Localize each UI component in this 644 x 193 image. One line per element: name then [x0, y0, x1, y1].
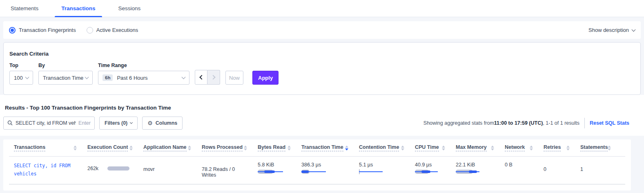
show-description-label: Show description — [588, 27, 629, 33]
sort-icon[interactable] — [244, 146, 247, 150]
transaction-time-bar — [301, 170, 348, 175]
rows-processed-value: 78.2 Reads / 0 Writes — [202, 162, 258, 178]
transactions-table: Transactions Execution Count Application… — [3, 139, 631, 191]
transaction-fingerprint-link[interactable]: SELECT city, id FROM vehicles — [14, 162, 81, 178]
time-prev-button[interactable] — [195, 70, 207, 85]
time-range-badge: 6h — [103, 74, 113, 81]
view-toggle-band: Transaction Fingerprints Active Executio… — [3, 21, 641, 39]
time-range-value: Past 6 Hours — [117, 75, 147, 81]
by-select[interactable]: Transaction Time — [38, 71, 93, 85]
sort-icon[interactable] — [401, 146, 404, 150]
max-memory-bar — [456, 170, 494, 175]
cpu-time-bar — [415, 170, 445, 175]
search-criteria-card: Search Criteria Top 100 By Transaction T… — [3, 42, 641, 95]
column-header-statements[interactable]: Statements — [580, 144, 619, 151]
sort-icon[interactable] — [566, 146, 570, 150]
radio-active-executions[interactable]: Active Executions — [87, 27, 138, 34]
chevron-down-icon — [182, 75, 186, 79]
column-header-contention-time[interactable]: Contention Time — [359, 144, 415, 151]
column-header-rows-processed[interactable]: Rows Processed — [202, 144, 258, 151]
sort-icon[interactable] — [287, 146, 291, 150]
stats-prefix: Showing aggregated stats from — [423, 120, 494, 126]
column-header-network[interactable]: Network — [505, 144, 544, 151]
sort-icon-descending[interactable] — [345, 146, 348, 150]
by-select-value: Transaction Time — [43, 75, 83, 81]
time-range-select[interactable]: 6h Past 6 Hours — [98, 71, 189, 85]
columns-button[interactable]: ⚙ Columns — [142, 117, 183, 130]
column-header-transactions[interactable]: Transactions — [9, 144, 87, 151]
search-input-value: SELECT city, id FROM vehicles W — [16, 120, 76, 126]
filters-label: Filters (0) — [105, 120, 127, 126]
chevron-down-icon — [85, 75, 89, 79]
bytes-read-value: 5.8 KiB — [258, 162, 291, 168]
radio-transaction-fingerprints[interactable]: Transaction Fingerprints — [9, 27, 76, 34]
tab-statements[interactable]: Statements — [4, 0, 45, 17]
divider — [584, 118, 585, 128]
column-header-application-name[interactable]: Application Name — [143, 144, 202, 151]
results-section: Results - Top 100 Transaction Fingerprin… — [0, 95, 644, 136]
sort-icon[interactable] — [74, 146, 77, 150]
tab-transactions[interactable]: Transactions — [55, 0, 102, 17]
bytes-read-bar — [258, 170, 291, 175]
show-description-toggle[interactable]: Show description — [588, 27, 635, 33]
column-header-transaction-time[interactable]: Transaction Time — [301, 144, 359, 151]
search-icon — [7, 120, 13, 126]
sort-icon[interactable] — [491, 146, 494, 150]
top-tab-bar: Statements Transactions Sessions — [0, 0, 644, 17]
apply-button[interactable]: Apply — [252, 71, 279, 85]
results-title: Results - Top 100 Transaction Fingerprin… — [5, 105, 644, 111]
contention-time-value: 5.1 µs — [359, 162, 404, 168]
chevron-down-icon — [130, 121, 133, 123]
table-header-row: Transactions Execution Count Application… — [9, 139, 625, 157]
filters-button[interactable]: Filters (0) — [99, 117, 138, 130]
contention-time-bar — [359, 170, 404, 175]
search-input[interactable]: SELECT city, id FROM vehicles W Enter — [3, 117, 95, 130]
top-select[interactable]: 100 — [9, 71, 33, 85]
application-name-value: movr — [143, 162, 202, 172]
time-next-button[interactable] — [207, 70, 220, 85]
radio-selected-icon[interactable] — [9, 27, 16, 34]
execution-count-bar — [107, 166, 129, 171]
sort-icon[interactable] — [530, 146, 533, 150]
execution-count-value: 262k — [87, 166, 98, 171]
radio-label: Transaction Fingerprints — [19, 27, 76, 33]
sort-icon[interactable] — [129, 146, 133, 150]
top-select-value: 100 — [14, 75, 23, 81]
max-memory-value: 22.1 KiB — [456, 162, 494, 168]
columns-label: Columns — [156, 120, 177, 126]
gear-icon: ⚙ — [147, 120, 153, 126]
search-criteria-title: Search Criteria — [9, 51, 635, 57]
stats-summary: Showing aggregated stats from 11:00 to 1… — [423, 120, 579, 126]
by-label: By — [38, 63, 93, 68]
stats-suffix: , 1-1 of 1 results — [543, 120, 579, 126]
retries-value: 0 — [544, 162, 580, 172]
stats-period: 11:00 to 17:59 (UTC) — [494, 120, 543, 126]
column-header-max-memory[interactable]: Max Memory — [456, 144, 505, 151]
column-header-execution-count[interactable]: Execution Count — [87, 144, 143, 151]
chevron-right-icon — [211, 75, 215, 79]
chevron-down-icon — [632, 27, 636, 31]
radio-unselected-icon[interactable] — [87, 27, 93, 34]
network-value: 0 B — [505, 162, 544, 168]
cpu-time-value: 40.9 µs — [415, 162, 445, 168]
now-button[interactable]: Now — [225, 71, 243, 85]
column-header-bytes-read[interactable]: Bytes Read — [258, 144, 301, 151]
time-range-label: Time Range — [98, 63, 189, 68]
transaction-time-value: 386.3 µs — [301, 162, 348, 168]
radio-label: Active Executions — [96, 27, 138, 33]
sort-icon[interactable] — [188, 146, 191, 150]
enter-hint: Enter — [78, 120, 91, 126]
chevron-left-icon — [199, 75, 204, 79]
chevron-down-icon — [25, 75, 29, 79]
sort-icon[interactable] — [442, 146, 445, 150]
tab-sessions[interactable]: Sessions — [112, 0, 147, 17]
reset-sql-stats-link[interactable]: Reset SQL Stats — [590, 120, 629, 126]
column-header-cpu-time[interactable]: CPU Time — [415, 144, 456, 151]
statements-value: 1 — [580, 162, 619, 172]
column-header-retries[interactable]: Retries — [544, 144, 580, 151]
sort-icon[interactable] — [608, 146, 611, 150]
table-row: SELECT city, id FROM vehicles 262k movr … — [9, 157, 625, 184]
top-label: Top — [9, 63, 33, 68]
